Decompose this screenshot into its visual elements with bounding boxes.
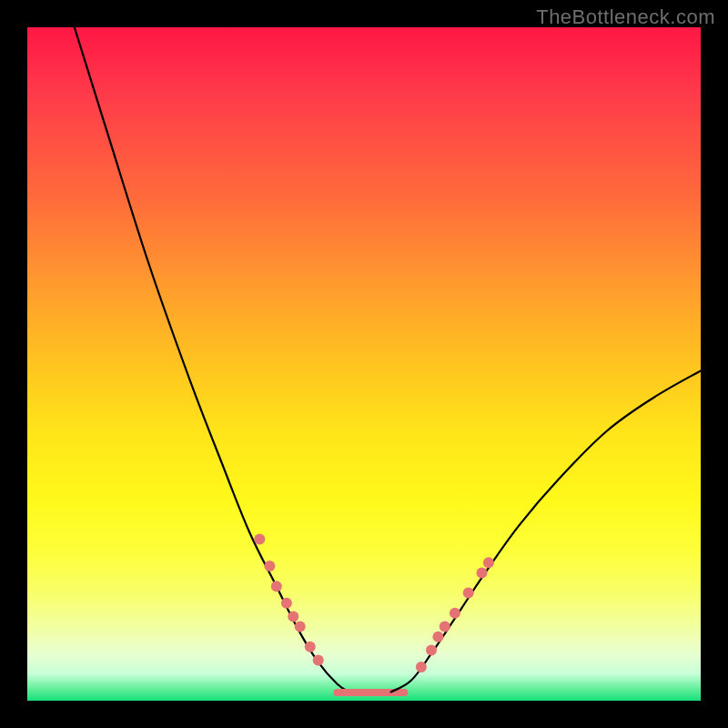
watermark-text: TheBottleneck.com [536, 5, 715, 29]
marker-right-markers [432, 632, 443, 642]
marker-left-markers [295, 622, 306, 632]
marker-right-markers [450, 608, 460, 619]
marker-left-markers [305, 642, 316, 652]
plot-area [27, 27, 701, 701]
marker-right-markers [477, 567, 488, 578]
marker-left-markers [264, 561, 275, 571]
marker-left-markers [281, 598, 292, 609]
series-right-branch [391, 370, 701, 692]
marker-right-markers [440, 622, 450, 632]
marker-left-markers [271, 581, 282, 592]
series-left-branch [75, 27, 350, 693]
marker-right-markers [416, 662, 427, 672]
marker-right-markers [483, 557, 494, 568]
marker-left-markers [313, 655, 324, 666]
chart-stage: TheBottleneck.com [0, 0, 728, 728]
marker-right-markers [426, 645, 437, 656]
marker-left-markers [288, 612, 298, 622]
marker-right-markers [463, 588, 474, 599]
chart-svg [27, 27, 701, 701]
marker-left-markers [254, 533, 265, 544]
